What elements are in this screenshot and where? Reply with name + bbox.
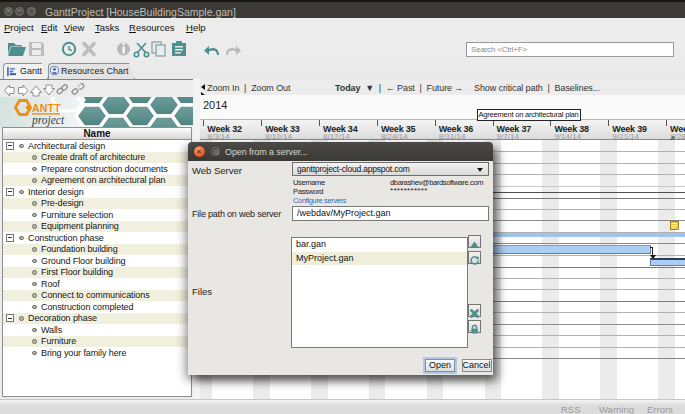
svg-text:ANTT: ANTT <box>32 102 61 114</box>
svg-text:project: project <box>31 114 65 127</box>
